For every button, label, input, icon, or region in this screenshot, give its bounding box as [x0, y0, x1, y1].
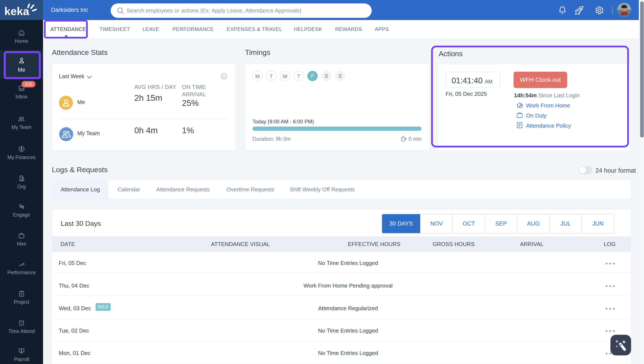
svg-text:keka: keka [4, 5, 30, 18]
